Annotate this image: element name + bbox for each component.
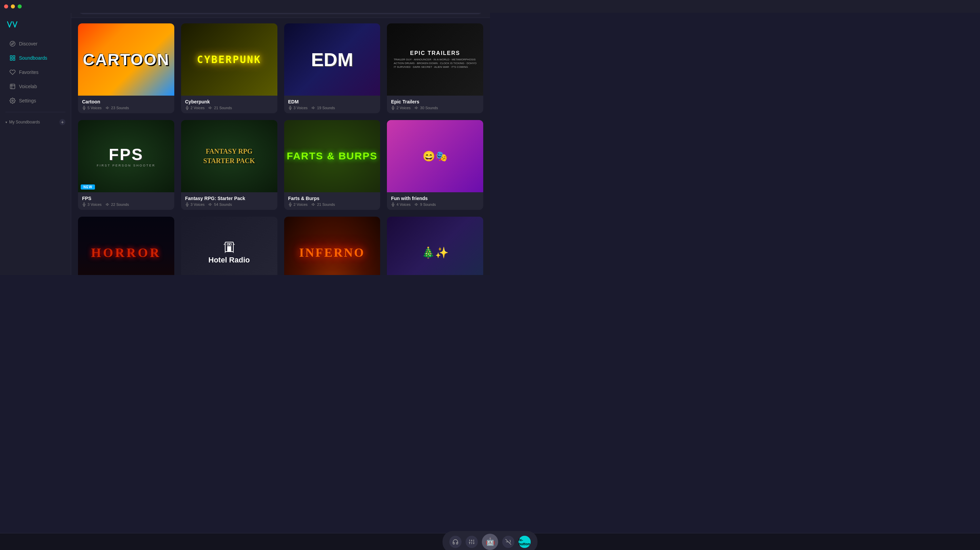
sidebar-item-favorites[interactable]: Favorites xyxy=(3,66,68,79)
sidebar-item-label: Discover xyxy=(19,41,37,46)
card-image-jingly: 🎄✨ xyxy=(387,217,483,275)
card-title: Farts & Burps xyxy=(288,196,376,201)
card-title: Fun with friends xyxy=(391,196,479,201)
soundboard-card-fun-with-friends[interactable]: 😄🎭 Fun with friends 4 Voices 9 Sounds xyxy=(387,120,483,210)
mic-icon xyxy=(185,202,189,207)
svg-marker-14 xyxy=(209,107,211,109)
voices-meta: 3 Voices xyxy=(288,106,308,110)
soundboard-card-jingly-christmas[interactable]: 🎄✨ Jingly Christmas 3 Voices 21 Sounds xyxy=(387,217,483,275)
sound-icon xyxy=(312,202,316,207)
soundboard-card-cartoon[interactable]: CARTOON Cartoon 5 Voices 23 Sounds xyxy=(78,24,174,113)
svg-marker-23 xyxy=(106,203,108,205)
mic-icon xyxy=(185,106,189,110)
main-content: CARTOON Cartoon 5 Voices 23 Sounds xyxy=(71,0,490,275)
svg-rect-39 xyxy=(229,243,231,245)
close-button[interactable] xyxy=(4,5,8,8)
svg-rect-3 xyxy=(13,56,15,57)
card-image-inferno: INFERNO xyxy=(284,217,380,275)
my-soundboards-header[interactable]: ▾ My Soundboards + xyxy=(0,116,71,128)
card-image-hotel: Hotel Radio xyxy=(181,217,277,275)
sound-icon xyxy=(208,106,213,110)
favorites-icon xyxy=(10,69,16,75)
sidebar: Discover Soundboards Favorites Voicelab … xyxy=(0,0,71,275)
card-meta: 3 Voices 19 Sounds xyxy=(288,106,376,110)
card-image-farts: FARTS & BURPS xyxy=(284,120,380,192)
new-badge: NEW xyxy=(81,184,95,189)
svg-rect-4 xyxy=(13,59,15,60)
fps-image-text: FPS xyxy=(109,145,143,164)
sounds-meta: 22 Sounds xyxy=(106,202,129,207)
card-info-epic: Epic Trailers 2 Voices 30 Sounds xyxy=(387,95,483,113)
mic-icon xyxy=(82,106,86,110)
svg-rect-38 xyxy=(227,243,229,245)
soundboard-card-farts-burps[interactable]: FARTS & BURPS Farts & Burps 2 Voices 21 … xyxy=(284,120,380,210)
svg-marker-26 xyxy=(209,203,211,205)
soundboard-card-cyberpunk[interactable]: CYBERPUNK Cyberpunk 2 Voices 21 Sounds xyxy=(181,24,277,113)
soundboards-grid: CARTOON Cartoon 5 Voices 23 Sounds xyxy=(78,24,483,275)
jingly-image-text: 🎄✨ xyxy=(422,246,449,259)
svg-marker-17 xyxy=(312,107,313,109)
card-meta: 3 Voices 54 Sounds xyxy=(185,202,273,207)
card-image-friends: 😄🎭 xyxy=(387,120,483,192)
minimize-button[interactable] xyxy=(11,5,15,8)
sound-icon xyxy=(208,202,213,207)
svg-marker-29 xyxy=(312,203,313,205)
card-info-fantasy: Fantasy RPG: Starter Pack 3 Voices 54 So… xyxy=(181,192,277,210)
card-meta: 5 Voices 23 Sounds xyxy=(82,106,170,110)
my-soundboards-label: My Soundboards xyxy=(9,120,40,124)
hotel-svg-icon xyxy=(223,241,236,254)
hotel-icon-container: Hotel Radio xyxy=(208,241,250,264)
maximize-button[interactable] xyxy=(18,5,22,8)
sidebar-item-discover[interactable]: Discover xyxy=(3,37,68,50)
soundboard-card-edm[interactable]: EDM EDM 3 Voices 19 Sounds xyxy=(284,24,380,113)
sounds-meta: 9 Sounds xyxy=(415,202,436,207)
voices-meta: 3 Voices xyxy=(82,202,102,207)
sidebar-item-voicelab[interactable]: Voicelab xyxy=(3,80,68,93)
fantasy-image-text: FANTASY RPGSTARTER PACK xyxy=(203,146,255,165)
card-title: Fantasy RPG: Starter Pack xyxy=(185,196,273,201)
edm-image-text: EDM xyxy=(311,48,353,70)
mic-icon xyxy=(288,106,292,110)
sounds-meta: 23 Sounds xyxy=(106,106,129,110)
horror-image-text: HORROR xyxy=(91,245,161,260)
sounds-meta: 21 Sounds xyxy=(208,106,232,110)
card-info-cyberpunk: Cyberpunk 2 Voices 21 Sounds xyxy=(181,95,277,113)
sidebar-item-label: Soundboards xyxy=(19,55,47,61)
sound-icon xyxy=(415,202,419,207)
card-image-edm: EDM xyxy=(284,24,380,95)
svg-point-6 xyxy=(12,100,14,102)
card-title: Cartoon xyxy=(82,99,170,105)
sounds-meta: 21 Sounds xyxy=(312,202,335,207)
soundboards-icon xyxy=(10,55,16,61)
friends-emoji: 😄🎭 xyxy=(423,150,448,162)
fps-sub-text: FIRST PERSON SHOOTER xyxy=(97,164,155,167)
soundboard-card-hotel-radio[interactable]: Hotel Radio Hotel Radio 1 Voice 12 Sound xyxy=(181,217,277,275)
soundboard-card-horror[interactable]: HORROR Horror 11 Voices 21 Sounds xyxy=(78,217,174,275)
sound-icon xyxy=(312,106,316,110)
svg-rect-5 xyxy=(10,59,12,60)
settings-icon xyxy=(10,98,16,104)
chevron-down-icon: ▾ xyxy=(5,120,7,124)
card-image-fps: FPS FIRST PERSON SHOOTER NEW xyxy=(78,120,174,192)
card-image-horror: HORROR xyxy=(78,217,174,275)
sounds-meta: 54 Sounds xyxy=(208,202,232,207)
soundboard-card-epic-trailers[interactable]: EPIC TRAILERS TRAILER GUY · ANNOUNCER · … xyxy=(387,24,483,113)
card-title: EDM xyxy=(288,99,376,105)
sidebar-item-settings[interactable]: Settings xyxy=(3,94,68,107)
sidebar-item-label: Voicelab xyxy=(19,84,37,89)
add-soundboard-button[interactable]: + xyxy=(59,119,65,125)
epic-image-sub: TRAILER GUY · ANNOUNCER · IN A WORLD · M… xyxy=(394,58,476,69)
sidebar-divider xyxy=(5,112,65,112)
sounds-meta: 19 Sounds xyxy=(312,106,335,110)
card-image-cartoon: CARTOON xyxy=(78,24,174,95)
soundboard-card-fps[interactable]: FPS FIRST PERSON SHOOTER NEW FPS 3 Voice… xyxy=(78,120,174,210)
svg-rect-37 xyxy=(227,246,231,251)
sidebar-item-soundboards[interactable]: Soundboards xyxy=(3,52,68,64)
card-image-cyberpunk: CYBERPUNK xyxy=(181,24,277,95)
voices-meta: 5 Voices xyxy=(82,106,102,110)
sound-icon xyxy=(106,202,110,207)
soundboard-card-inferno[interactable]: INFERNO Inferno 2 Voices 12 Sounds xyxy=(284,217,380,275)
cartoon-image-text: CARTOON xyxy=(82,50,170,69)
soundboard-card-fantasy-rpg[interactable]: FANTASY RPGSTARTER PACK Fantasy RPG: Sta… xyxy=(181,120,277,210)
card-info-cartoon: Cartoon 5 Voices 23 Sounds xyxy=(78,95,174,113)
